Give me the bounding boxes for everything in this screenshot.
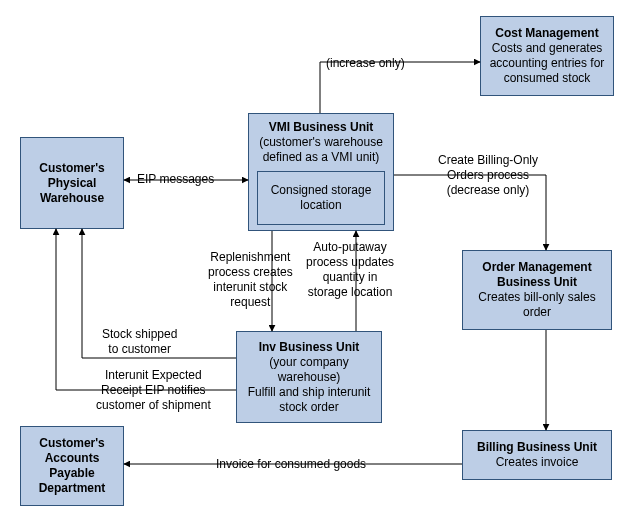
label-line: process updates bbox=[306, 255, 394, 269]
node-vmi-business-unit: VMI Business Unit (customer's warehouse … bbox=[248, 113, 394, 231]
node-title: Customer's Accounts Payable Department bbox=[25, 436, 119, 496]
label-line: request bbox=[230, 295, 270, 309]
label-line: Auto-putaway bbox=[313, 240, 386, 254]
node-title: Order Management Business Unit bbox=[467, 260, 607, 290]
node-subtitle: Creates invoice bbox=[496, 455, 579, 470]
label-line: Stock shipped bbox=[102, 327, 177, 341]
label-invoice: Invoice for consumed goods bbox=[216, 457, 366, 472]
label-line: storage location bbox=[308, 285, 393, 299]
label-line: Orders process bbox=[447, 168, 529, 182]
node-subtitle2: Fulfill and ship interunit stock order bbox=[241, 385, 377, 415]
label-eip-messages: EIP messages bbox=[137, 172, 214, 187]
node-cost-management: Cost Management Costs and generates acco… bbox=[480, 16, 614, 96]
node-title: Customer's Physical Warehouse bbox=[25, 161, 119, 206]
label-line: Receipt EIP notifies bbox=[101, 383, 206, 397]
label-replenishment: Replenishment process creates interunit … bbox=[208, 250, 293, 310]
node-inner-label: Consigned storage location bbox=[266, 183, 376, 213]
label-line: Replenishment bbox=[210, 250, 290, 264]
node-customer-warehouse: Customer's Physical Warehouse bbox=[20, 137, 124, 229]
node-subtitle: (your company warehouse) bbox=[241, 355, 377, 385]
node-ap-department: Customer's Accounts Payable Department bbox=[20, 426, 124, 506]
label-line: Create Billing-Only bbox=[438, 153, 538, 167]
node-subtitle: Costs and generates accounting entries f… bbox=[485, 41, 609, 86]
node-title: Cost Management bbox=[495, 26, 598, 41]
label-create-billing: Create Billing-Only Orders process (decr… bbox=[438, 153, 538, 198]
label-stock-shipped: Stock shipped to customer bbox=[102, 327, 177, 357]
node-inv-business-unit: Inv Business Unit (your company warehous… bbox=[236, 331, 382, 423]
label-line: Interunit Expected bbox=[105, 368, 202, 382]
label-autoputaway: Auto-putaway process updates quantity in… bbox=[306, 240, 394, 300]
node-title: VMI Business Unit bbox=[269, 120, 374, 135]
node-consigned-storage: Consigned storage location bbox=[257, 171, 385, 225]
label-interunit-eip: Interunit Expected Receipt EIP notifies … bbox=[96, 368, 211, 413]
node-title: Billing Business Unit bbox=[477, 440, 597, 455]
node-subtitle: Creates bill-only sales order bbox=[467, 290, 607, 320]
label-line: (decrease only) bbox=[447, 183, 530, 197]
node-billing-business-unit: Billing Business Unit Creates invoice bbox=[462, 430, 612, 480]
node-title: Inv Business Unit bbox=[259, 340, 360, 355]
label-line: quantity in bbox=[323, 270, 378, 284]
diagram-stage: Customer's Physical Warehouse VMI Busine… bbox=[0, 0, 627, 519]
node-subtitle: (customer's warehouse defined as a VMI u… bbox=[253, 135, 389, 165]
label-line: customer of shipment bbox=[96, 398, 211, 412]
node-order-management: Order Management Business Unit Creates b… bbox=[462, 250, 612, 330]
label-line: to customer bbox=[108, 342, 171, 356]
label-line: process creates bbox=[208, 265, 293, 279]
label-increase-only: (increase only) bbox=[326, 56, 405, 71]
label-line: interunit stock bbox=[213, 280, 287, 294]
